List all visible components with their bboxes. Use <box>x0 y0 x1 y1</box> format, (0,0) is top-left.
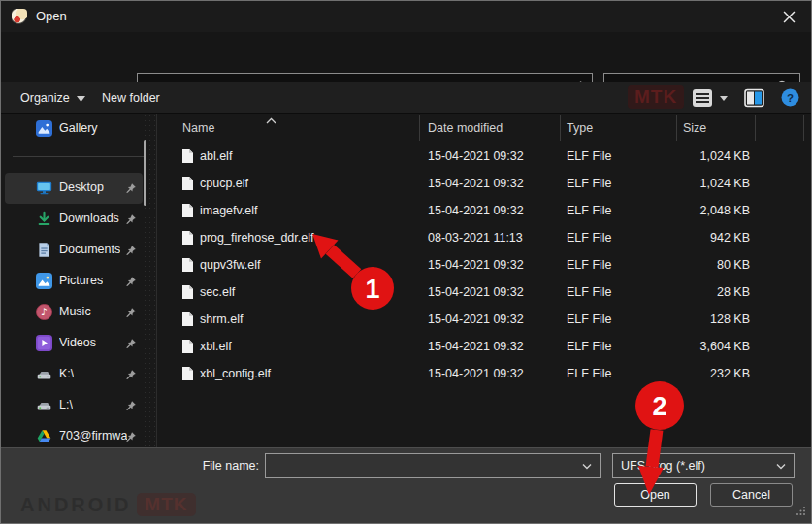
file-row[interactable]: xbl.elf15-04-2021 09:32ELF File3,604 KB <box>157 333 811 360</box>
sidebar-item-downloads[interactable]: Downloads <box>5 204 143 235</box>
file-name-text: shrm.elf <box>200 312 243 326</box>
sidebar-item-music[interactable]: ♪Music <box>5 297 143 328</box>
new-folder-button[interactable]: New folder <box>102 82 160 114</box>
file-size-cell: 232 KB <box>677 367 756 380</box>
sidebar-item-label: Desktop <box>59 180 104 194</box>
pin-icon <box>125 307 137 318</box>
pin-icon <box>125 182 137 194</box>
file-icon <box>181 231 194 245</box>
file-icon <box>181 177 194 190</box>
file-name-cell: prog_firehose_ddr.elf <box>157 231 420 245</box>
preview-pane-button[interactable] <box>744 88 764 108</box>
svg-text:♪: ♪ <box>41 306 48 318</box>
desktop-icon <box>36 180 52 196</box>
file-name-cell: abl.elf <box>157 149 420 163</box>
column-header-name[interactable]: Name <box>157 115 420 141</box>
cancel-button[interactable]: Cancel <box>710 483 793 507</box>
file-size-cell: 1,024 KB <box>677 177 756 190</box>
sidebar-separator <box>13 156 145 157</box>
close-button[interactable] <box>766 1 811 32</box>
sidebar-item-desktop[interactable]: Desktop <box>5 173 143 204</box>
sort-ascending-icon <box>266 114 276 127</box>
file-row[interactable]: shrm.elf15-04-2021 09:32ELF File128 KB <box>157 306 811 333</box>
organize-label: Organize <box>20 91 70 105</box>
sidebar-item-label: L:\ <box>59 398 73 411</box>
drive-icon <box>36 397 52 413</box>
file-type-cell: ELF File <box>561 285 677 299</box>
sidebar-item-label: 703@firmwa <box>59 429 127 442</box>
file-row[interactable]: imagefv.elf15-04-2021 09:32ELF File2,048… <box>157 197 811 224</box>
sidebar-item-documents[interactable]: Documents <box>5 235 143 266</box>
androidmtk-watermark: ANDROID MTK <box>20 493 196 516</box>
file-row[interactable]: xbl_config.elf15-04-2021 09:32ELF File23… <box>157 360 811 387</box>
app-icon <box>12 9 27 24</box>
file-name-combobox[interactable] <box>265 453 601 478</box>
sidebar-item-label: Gallery <box>59 121 98 135</box>
file-name-input[interactable] <box>274 459 582 473</box>
gdrive-icon <box>36 428 52 444</box>
column-header-date-modified[interactable]: Date modified <box>420 115 561 141</box>
pin-icon <box>125 400 137 411</box>
file-size-cell: 3,604 KB <box>677 340 756 353</box>
sidebar-item-label: Downloads <box>59 212 119 225</box>
sidebar-item-label: K:\ <box>59 367 74 380</box>
open-dialog-window: Open ← → ↑ « RedMagic_6R_NX669J_EUCommon… <box>0 0 812 524</box>
file-name-text: xbl.elf <box>200 340 232 353</box>
svg-text:?: ? <box>787 92 794 104</box>
sidebar-item-videos[interactable]: Videos <box>5 328 143 359</box>
pin-icon <box>125 338 137 349</box>
file-date-cell: 15-04-2021 09:32 <box>420 285 561 299</box>
file-type-cell: ELF File <box>561 258 677 272</box>
sidebar-item-drive-l[interactable]: L:\ <box>5 390 143 421</box>
sidebar-item-gallery[interactable]: Gallery <box>5 114 143 145</box>
chevron-down-icon <box>77 91 85 105</box>
file-size-cell: 942 KB <box>677 231 756 245</box>
file-row[interactable]: qupv3fw.elf15-04-2021 09:32ELF File80 KB <box>157 251 811 278</box>
view-mode-button[interactable] <box>692 88 713 108</box>
window-title: Open <box>36 9 67 23</box>
file-row[interactable]: sec.elf15-04-2021 09:32ELF File28 KB <box>157 278 811 306</box>
file-date-cell: 15-04-2021 09:32 <box>420 177 561 190</box>
file-row[interactable]: cpucp.elf15-04-2021 09:32ELF File1,024 K… <box>157 170 811 197</box>
file-type-cell: ELF File <box>561 149 677 163</box>
titlebar: Open <box>1 1 811 32</box>
gallery-icon <box>36 120 52 137</box>
file-type-value: UFS prog (*.elf) <box>621 459 705 473</box>
file-name-cell: qupv3fw.elf <box>157 258 420 272</box>
cancel-button-label: Cancel <box>732 488 770 502</box>
file-row[interactable]: abl.elf15-04-2021 09:32ELF File1,024 KB <box>157 143 811 170</box>
file-icon <box>181 258 194 272</box>
list-view-icon <box>692 88 713 108</box>
preview-pane-icon <box>744 88 764 108</box>
file-date-cell: 15-04-2021 09:32 <box>420 258 561 272</box>
file-type-cell: ELF File <box>561 204 677 217</box>
chevron-down-icon <box>719 88 729 108</box>
file-icon <box>181 367 194 380</box>
sidebar-item-drive-k[interactable]: K:\ <box>5 359 143 390</box>
column-label: Size <box>683 121 706 135</box>
file-row[interactable]: prog_firehose_ddr.elf08-03-2021 11:13ELF… <box>157 224 811 251</box>
resize-grip[interactable] <box>796 506 806 519</box>
new-folder-label: New folder <box>102 91 160 105</box>
chevron-down-icon[interactable] <box>582 459 592 473</box>
command-toolbar: Organize New folder MTK <box>1 82 811 114</box>
file-type-combobox[interactable]: UFS prog (*.elf) <box>612 453 795 478</box>
file-name-cell: imagefv.elf <box>157 204 420 217</box>
documents-icon <box>36 242 52 258</box>
column-header-type[interactable]: Type <box>561 115 677 141</box>
sidebar-item-pictures[interactable]: Pictures <box>5 266 143 297</box>
sidebar-scrollbar-thumb[interactable] <box>144 140 146 206</box>
column-label: Name <box>182 121 214 135</box>
view-mode-chevron[interactable] <box>719 88 729 108</box>
navigation-bar: ← → ↑ « RedMagic_6R_NX669J_EUCommon_V3.1… <box>1 32 811 82</box>
file-name-text: sec.elf <box>200 285 235 299</box>
column-header-size[interactable]: Size <box>677 115 756 141</box>
file-date-cell: 15-04-2021 09:32 <box>420 312 561 326</box>
open-button[interactable]: Open <box>614 483 697 507</box>
column-header-extra <box>756 115 804 141</box>
organize-button[interactable]: Organize <box>20 82 85 114</box>
file-list-pane: Name Date modified Type Size abl.elf15-0… <box>156 114 811 449</box>
help-button[interactable]: ? <box>781 88 799 107</box>
help-icon: ? <box>781 88 799 107</box>
chevron-down-icon[interactable] <box>776 459 786 473</box>
